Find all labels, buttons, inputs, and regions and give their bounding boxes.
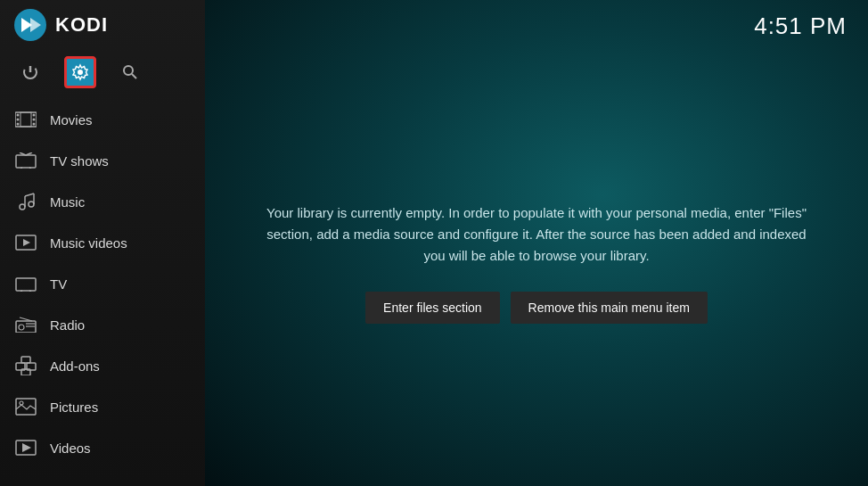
add-ons-icon: [14, 354, 37, 377]
svg-point-21: [20, 204, 25, 210]
sidebar-icon-row: [0, 49, 205, 99]
sidebar-item-pictures[interactable]: Pictures: [0, 386, 205, 427]
sidebar-item-movies[interactable]: Movies: [0, 99, 205, 140]
pictures-label: Pictures: [50, 400, 98, 415]
svg-rect-15: [20, 112, 31, 127]
svg-marker-27: [23, 239, 30, 246]
action-buttons: Enter files section Remove this main men…: [365, 292, 708, 324]
svg-point-14: [33, 123, 36, 126]
svg-line-17: [20, 168, 22, 169]
music-icon: [14, 190, 37, 213]
kodi-logo-icon: [14, 9, 46, 41]
svg-line-29: [20, 291, 22, 292]
sidebar-item-add-ons[interactable]: Add-ons: [0, 345, 205, 386]
tv-shows-icon: [14, 149, 37, 172]
sidebar-header: KODI: [0, 0, 205, 49]
sidebar-item-music-videos[interactable]: Music videos: [0, 222, 205, 263]
enter-files-button[interactable]: Enter files section: [365, 292, 500, 324]
svg-rect-16: [16, 155, 36, 168]
svg-point-13: [33, 119, 36, 121]
tv-shows-label: TV shows: [50, 153, 109, 169]
gear-icon: [71, 63, 89, 81]
main-content: 4:51 PM Your library is currently empty.…: [205, 0, 868, 486]
radio-label: Radio: [50, 317, 85, 333]
svg-point-12: [33, 114, 36, 117]
svg-point-9: [17, 114, 20, 117]
power-icon: [21, 63, 39, 81]
svg-line-18: [29, 168, 31, 169]
sidebar-item-radio[interactable]: Radio: [0, 304, 205, 345]
svg-point-5: [78, 70, 83, 75]
sidebar-nav: Movies TV shows Music Music videos TV: [0, 99, 205, 486]
sidebar-item-tv-shows[interactable]: TV shows: [0, 140, 205, 181]
svg-line-7: [132, 74, 136, 78]
movies-icon: [14, 108, 37, 131]
videos-label: Videos: [50, 441, 91, 456]
sidebar-item-tv[interactable]: TV: [0, 263, 205, 304]
sidebar: KODI: [0, 0, 205, 486]
music-label: Music: [50, 194, 85, 210]
svg-line-30: [29, 291, 31, 292]
content-area: Your library is currently empty. In orde…: [205, 40, 868, 486]
svg-point-6: [124, 66, 133, 75]
svg-line-25: [25, 194, 34, 196]
music-videos-icon: [14, 231, 37, 254]
svg-point-22: [29, 202, 34, 207]
pictures-icon: [14, 395, 37, 418]
power-button[interactable]: [14, 56, 46, 88]
sidebar-item-videos[interactable]: Videos: [0, 427, 205, 468]
music-videos-label: Music videos: [50, 235, 127, 251]
svg-rect-28: [16, 278, 36, 291]
search-button[interactable]: [114, 56, 146, 88]
tv-label: TV: [50, 276, 67, 292]
add-ons-label: Add-ons: [50, 358, 100, 374]
remove-menu-item-button[interactable]: Remove this main menu item: [511, 292, 708, 324]
svg-point-11: [17, 123, 20, 126]
radio-icon: [14, 313, 37, 336]
svg-point-10: [17, 119, 20, 121]
movies-label: Movies: [50, 112, 93, 128]
svg-point-32: [19, 325, 24, 330]
settings-button[interactable]: [64, 56, 96, 88]
time-display: 4:51 PM: [754, 12, 847, 40]
top-bar: 4:51 PM: [205, 0, 868, 40]
empty-library-message: Your library is currently empty. In orde…: [258, 202, 815, 267]
sidebar-item-music[interactable]: Music: [0, 181, 205, 222]
svg-marker-43: [22, 443, 31, 452]
app-title: KODI: [55, 13, 108, 37]
tv-icon: [14, 272, 37, 295]
svg-rect-38: [21, 357, 30, 363]
search-icon: [121, 63, 139, 81]
videos-icon: [14, 436, 37, 459]
